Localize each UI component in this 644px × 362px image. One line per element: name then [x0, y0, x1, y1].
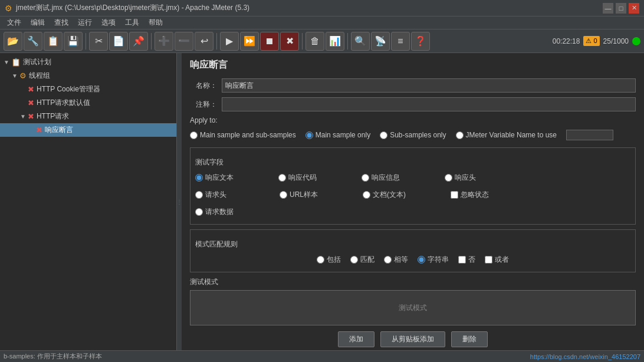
chart-button[interactable]: 📊 [326, 32, 344, 51]
run-no-pause-button[interactable]: ⏩ [240, 32, 259, 51]
field-document-text[interactable]: 文档(文本) [363, 190, 406, 200]
radio-main-only[interactable]: Main sample only [305, 131, 370, 139]
pattern-equals[interactable]: 相等 [384, 255, 408, 265]
apply-to-label: Apply to: [190, 116, 636, 124]
minimize-button[interactable]: — [603, 3, 613, 14]
test-fields-row3: 请求数据 [195, 205, 630, 219]
add-button[interactable]: ➕ [155, 32, 173, 51]
name-input[interactable] [222, 78, 636, 93]
field-request-header[interactable]: 请求头 [195, 190, 226, 200]
menu-edit[interactable]: 编辑 [26, 17, 50, 29]
radio-input-jmeter-var[interactable] [456, 131, 464, 139]
field-response-info[interactable]: 响应信息 [362, 173, 400, 183]
field-response-code[interactable]: 响应代码 [278, 173, 317, 183]
radio-response-header[interactable] [445, 174, 452, 182]
comment-input[interactable] [222, 97, 636, 111]
radio-response-info[interactable] [362, 174, 369, 182]
tree-item-threadgroup[interactable]: ▼ ⚙ 线程组 [0, 69, 176, 83]
field-url-sample[interactable]: URL样本 [280, 190, 318, 200]
radio-url-sample[interactable] [280, 191, 287, 199]
tree-item-assertion[interactable]: ✖ 响应断言 [0, 123, 176, 137]
tree-item-http-default[interactable]: ✖ HTTP请求默认值 [0, 96, 176, 110]
pattern-not[interactable]: 否 [458, 255, 475, 265]
pattern-match[interactable]: 匹配 [350, 255, 374, 265]
remove-button[interactable]: ➖ [175, 32, 193, 51]
pattern-or[interactable]: 或者 [485, 255, 509, 265]
field-response-header[interactable]: 响应头 [445, 173, 476, 183]
tree-item-http-request[interactable]: ▼ ✖ HTTP请求 [0, 110, 176, 123]
toolbar-status: 00:22:18 ⚠ 0 25/1000 [553, 36, 640, 46]
field-request-data[interactable]: 请求数据 [195, 207, 234, 217]
menu-tools[interactable]: 工具 [120, 17, 144, 29]
search-button[interactable]: 🔍 [351, 32, 370, 51]
pattern-label: 相等 [394, 255, 408, 265]
add-from-clipboard-button[interactable]: 从剪贴板添加 [380, 331, 445, 347]
pattern-label: 包括 [327, 255, 341, 265]
open-button[interactable]: 📂 [4, 32, 22, 51]
check-not[interactable] [458, 256, 466, 264]
comment-row: 注释： [190, 97, 636, 111]
radio-sub-only[interactable]: Sub-samples only [380, 131, 446, 139]
add-pattern-button[interactable]: 添加 [338, 331, 374, 347]
radio-equals[interactable] [384, 256, 392, 264]
radio-input-main-sub[interactable] [190, 131, 198, 139]
menu-search[interactable]: 查找 [50, 17, 73, 29]
pattern-label: 否 [468, 255, 475, 265]
function-button[interactable]: ≡ [391, 32, 410, 51]
new-button[interactable]: 📋 [44, 32, 63, 51]
delete-button[interactable]: 删除 [451, 331, 488, 347]
pattern-string[interactable]: 字符串 [418, 255, 449, 265]
menu-options[interactable]: 选项 [97, 17, 120, 29]
shutdown-button[interactable]: ✖ [280, 32, 299, 51]
jmeter-var-input[interactable] [566, 130, 613, 140]
radio-response-code[interactable] [278, 174, 286, 182]
undo-button[interactable]: ↩ [195, 32, 213, 51]
radio-main-sub[interactable]: Main sample and sub-samples [190, 131, 296, 139]
radio-document-text[interactable] [363, 191, 370, 199]
timer-display: 00:22:18 [553, 37, 580, 45]
cut-button[interactable]: ✂ [89, 32, 108, 51]
field-response-text[interactable]: 响应文本 [195, 173, 234, 183]
radio-input-sub-only[interactable] [380, 131, 387, 139]
check-ignore-status[interactable] [451, 191, 458, 199]
radio-request-data[interactable] [195, 208, 203, 216]
radio-string[interactable] [418, 256, 425, 264]
statusbar: b-samples: 作用于主样本和子样本 https://blog.csdn.… [0, 350, 644, 362]
close-button[interactable]: ✕ [629, 3, 639, 14]
radio-contains[interactable] [317, 256, 324, 264]
check-or[interactable] [485, 256, 492, 264]
field-ignore-status[interactable]: 忽略状态 [451, 190, 489, 200]
arrow-icon: ▼ [4, 59, 9, 65]
save-button[interactable]: 💾 [64, 32, 83, 51]
radio-response-text[interactable] [195, 174, 203, 182]
radio-request-header[interactable] [195, 191, 203, 199]
help-button[interactable]: ❓ [411, 32, 430, 51]
toolbar-sep1 [86, 33, 86, 50]
pattern-label: 字符串 [428, 255, 449, 265]
comment-label: 注释： [190, 100, 217, 110]
remote-button[interactable]: 📡 [371, 32, 390, 51]
tree-item-cookie-manager[interactable]: ✖ HTTP Cookie管理器 [0, 83, 176, 96]
radio-jmeter-var[interactable]: JMeter Variable Name to use [456, 131, 557, 139]
clear-button[interactable]: 🗑 [305, 32, 324, 51]
pattern-rules-group: 包括 匹配 相等 字符串 否 [195, 252, 630, 267]
paste-button[interactable]: 📌 [129, 32, 148, 51]
copy-button[interactable]: 📄 [109, 32, 128, 51]
menu-file[interactable]: 文件 [2, 17, 26, 29]
pattern-contains[interactable]: 包括 [317, 255, 341, 265]
radio-input-main-only[interactable] [305, 131, 313, 139]
tree-item-testplan[interactable]: ▼ 📋 测试计划 [0, 55, 176, 69]
stop-button[interactable]: ⏹ [260, 32, 279, 51]
status-left: b-samples: 作用于主样本和子样本 [4, 352, 530, 361]
name-row: 名称： [190, 78, 636, 93]
template-button[interactable]: 🔧 [24, 32, 42, 51]
menu-help[interactable]: 帮助 [144, 17, 167, 29]
field-label: 响应信息 [372, 173, 400, 183]
panel-resizer[interactable]: ⋮ [177, 53, 182, 350]
menu-run[interactable]: 运行 [73, 17, 97, 29]
radio-match[interactable] [350, 256, 358, 264]
run-button[interactable]: ▶ [220, 32, 239, 51]
toolbar-sep4 [302, 33, 303, 50]
maximize-button[interactable]: □ [616, 3, 626, 14]
test-mode-section: 测试模式 测试模式 [190, 277, 636, 325]
